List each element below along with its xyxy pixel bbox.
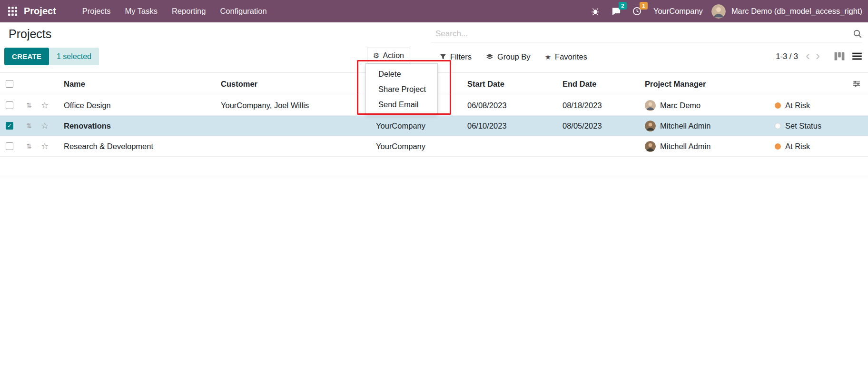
status-dot-icon	[775, 143, 781, 150]
project-manager-cell: Mitchell Admin	[645, 121, 775, 131]
messages-badge: 2	[619, 2, 627, 10]
project-name: Renovations	[53, 121, 210, 131]
project-customer: YourCompany	[210, 121, 429, 131]
bug-icon	[591, 7, 600, 16]
drag-handle-icon: ⇅	[26, 143, 32, 150]
menu-item-configuration[interactable]: Configuration	[213, 1, 274, 21]
manager-name: Mitchell Admin	[660, 121, 710, 131]
project-name: Office Design	[53, 101, 210, 110]
user-avatar[interactable]	[711, 4, 726, 19]
project-status[interactable]: At Risk	[775, 142, 851, 151]
table-row-selected[interactable]: ✓ ⇅ ☆ Renovations YourCompany 06/10/2023…	[0, 116, 868, 136]
favorites-button[interactable]: ★ Favorites	[545, 52, 587, 61]
star-icon: ☆	[41, 121, 49, 130]
pager-previous-button[interactable]: ‹	[803, 51, 813, 61]
action-button[interactable]: ⚙ Action	[367, 48, 410, 63]
menu-item-share-project[interactable]: Share Project	[366, 81, 437, 97]
app-title[interactable]: Project	[24, 6, 56, 17]
select-all-checkbox[interactable]: ✓	[6, 80, 13, 88]
pager-range: 1-3 / 3	[776, 52, 798, 61]
empty-row	[0, 157, 868, 177]
project-manager-cell: Marc Demo	[645, 100, 775, 111]
apps-menu-button[interactable]	[5, 4, 20, 19]
menu-item-my-tasks[interactable]: My Tasks	[118, 1, 164, 21]
favorites-star-icon: ★	[545, 53, 551, 60]
manager-name: Mitchell Admin	[660, 142, 710, 151]
action-dropdown-menu: Delete Share Project Send Email	[365, 63, 438, 115]
drag-handle[interactable]: ⇅	[22, 122, 36, 129]
create-button[interactable]: CREATE	[4, 48, 49, 65]
row-checkbox-cell[interactable]: ✓	[0, 122, 22, 130]
top-navbar: Project Projects My Tasks Reporting Conf…	[0, 0, 868, 22]
optional-columns-button[interactable]	[851, 80, 862, 88]
search-bar	[431, 25, 862, 42]
star-icon: ☆	[41, 142, 49, 151]
table-row[interactable]: ✓ ⇅ ☆ Research & Development YourCompany…	[0, 136, 868, 157]
debug-button[interactable]	[588, 4, 603, 19]
row-checkbox-cell[interactable]: ✓	[0, 101, 22, 109]
favorites-label: Favorites	[555, 52, 587, 61]
search-input[interactable]	[431, 29, 853, 39]
manager-name: Marc Demo	[660, 101, 700, 110]
header-start-date[interactable]: Start Date	[466, 80, 562, 89]
activities-badge: 1	[640, 2, 648, 10]
user-menu[interactable]: Marc Demo (db_model_access_right)	[731, 7, 862, 16]
activities-button[interactable]: 1	[630, 4, 645, 19]
row-checkbox[interactable]: ✓	[6, 122, 13, 130]
project-name: Research & Development	[53, 142, 210, 151]
manager-avatar	[645, 121, 656, 131]
header-project-manager[interactable]: Project Manager	[645, 80, 775, 89]
favorite-toggle[interactable]: ☆	[36, 101, 53, 110]
company-switcher[interactable]: YourCompany	[653, 7, 703, 16]
search-icon[interactable]	[853, 29, 862, 39]
group-by-label: Group By	[497, 52, 531, 61]
header-name[interactable]: Name	[53, 80, 210, 89]
manager-avatar	[645, 141, 656, 152]
project-start-date: 06/08/2023	[466, 101, 562, 110]
filters-label: Filters	[450, 52, 472, 61]
view-switcher	[834, 51, 862, 61]
apps-grid-icon	[8, 7, 17, 16]
search-options: Filters Group By ★ Favorites	[440, 49, 587, 64]
selected-count-badge: 1 selected	[49, 48, 99, 65]
pager: 1-3 / 3 ‹ ›	[776, 48, 862, 65]
sliders-icon	[852, 80, 861, 88]
action-label: Action	[383, 51, 404, 60]
row-checkbox[interactable]: ✓	[6, 142, 13, 150]
row-checkbox[interactable]: ✓	[6, 101, 13, 109]
menu-item-send-email[interactable]: Send Email	[366, 97, 437, 112]
project-status[interactable]: Set Status	[775, 121, 851, 131]
project-end-date: 08/18/2023	[562, 101, 645, 110]
status-label: At Risk	[785, 101, 810, 110]
status-label: At Risk	[785, 142, 810, 151]
status-dot-icon	[775, 123, 781, 129]
kanban-view-button[interactable]	[834, 51, 845, 61]
menu-item-reporting[interactable]: Reporting	[165, 1, 213, 21]
project-start-date: 06/10/2023	[466, 121, 562, 131]
favorite-toggle[interactable]: ☆	[36, 142, 53, 151]
user-avatar-image	[711, 4, 726, 19]
drag-handle-icon: ⇅	[26, 102, 32, 109]
list-view-button[interactable]	[852, 51, 862, 61]
main-menu: Projects My Tasks Reporting Configuratio…	[75, 1, 274, 21]
menu-item-projects[interactable]: Projects	[75, 1, 118, 21]
filters-button[interactable]: Filters	[440, 52, 472, 61]
menu-item-delete[interactable]: Delete	[366, 66, 437, 81]
pager-next-button[interactable]: ›	[813, 51, 823, 61]
row-checkbox-cell[interactable]: ✓	[0, 142, 22, 150]
header-end-date[interactable]: End Date	[562, 80, 645, 89]
drag-handle[interactable]: ⇅	[22, 102, 36, 109]
favorite-toggle[interactable]: ☆	[36, 121, 53, 130]
drag-handle-icon: ⇅	[26, 122, 32, 129]
project-status[interactable]: At Risk	[775, 101, 851, 110]
messages-button[interactable]: 2	[609, 4, 624, 19]
group-by-button[interactable]: Group By	[486, 52, 531, 61]
gear-icon: ⚙	[373, 52, 379, 59]
list-view-icon	[852, 51, 862, 61]
select-all-cell[interactable]: ✓	[0, 80, 22, 88]
drag-handle[interactable]: ⇅	[22, 143, 36, 150]
status-label: Set Status	[785, 121, 821, 131]
project-manager-cell: Mitchell Admin	[645, 141, 775, 152]
status-dot-icon	[775, 102, 781, 109]
group-by-icon	[486, 53, 493, 60]
